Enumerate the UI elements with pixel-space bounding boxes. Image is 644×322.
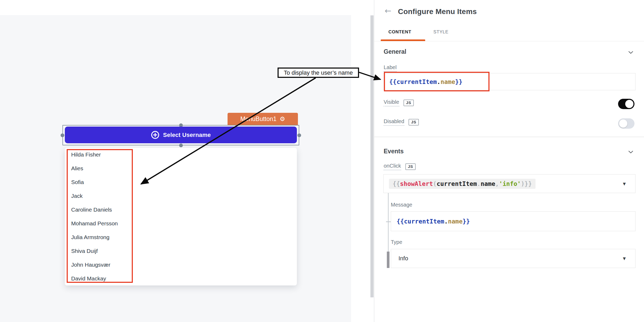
menu-button-widget[interactable]: Select Username <box>65 127 297 143</box>
message-code-value: {{currentItem.name}} <box>397 218 470 225</box>
onclick-action-field[interactable]: {{showAlert(currentItem.name,'info')}} ▼ <box>383 174 636 193</box>
resize-handle-bottom[interactable] <box>179 144 183 147</box>
section-events-title: Events <box>384 148 403 155</box>
annotation-red-box-list <box>67 149 133 283</box>
code-token: {{ <box>393 180 400 187</box>
widget-name-tag[interactable]: MenuButton1 ⚙ <box>228 113 298 125</box>
onclick-js-badge[interactable]: JS <box>405 163 416 170</box>
canvas-scrollbar[interactable] <box>370 15 374 297</box>
panel-left-border <box>374 0 374 322</box>
code-token: currentItem <box>437 180 477 187</box>
code-token: . <box>444 218 448 225</box>
visible-property-name: Visible <box>384 99 399 106</box>
panel-title: Configure Menu Items <box>398 7 477 16</box>
resize-handle-right[interactable] <box>297 133 301 137</box>
code-token: )}} <box>521 180 532 187</box>
message-property-name: Message <box>391 202 412 208</box>
visible-js-badge[interactable]: JS <box>403 100 414 106</box>
code-token: 'info' <box>499 180 521 187</box>
chevron-down-icon[interactable] <box>628 150 633 155</box>
back-arrow-icon[interactable]: ← <box>385 7 391 15</box>
label-property-name: Label <box>384 64 397 72</box>
section-divider <box>374 137 644 137</box>
widget-name-label: MenuButton1 <box>240 115 276 123</box>
tabs-divider <box>374 41 644 41</box>
onclick-code-value: {{showAlert(currentItem.name,'info')}} <box>389 179 536 189</box>
code-token: name <box>448 218 462 225</box>
type-selected-value: Info <box>391 255 408 262</box>
code-token: showAlert <box>400 180 433 187</box>
disabled-property-row: Disabled JS <box>384 118 419 126</box>
section-general-title: General <box>384 48 406 55</box>
gear-icon[interactable]: ⚙ <box>280 116 285 122</box>
visible-property-row: Visible JS <box>384 99 414 106</box>
onclick-property-row: onClick JS <box>384 163 416 170</box>
menu-button-label: Select Username <box>163 132 211 138</box>
message-input[interactable]: {{currentItem.name}} <box>391 211 636 231</box>
code-token: ( <box>433 180 437 187</box>
visible-toggle[interactable] <box>618 99 634 109</box>
dropdown-caret-icon: ▼ <box>623 182 626 186</box>
disabled-toggle[interactable] <box>618 118 634 129</box>
annotation-text: To display the user’s name <box>284 69 353 76</box>
tab-content[interactable]: CONTENT <box>388 29 411 35</box>
onclick-property-name: onClick <box>384 163 401 170</box>
code-token: name <box>480 180 495 187</box>
code-token: . <box>477 180 481 187</box>
code-token: {{currentItem <box>397 218 444 225</box>
arrow-to-label-field <box>359 72 380 79</box>
toggle-knob <box>625 100 633 108</box>
chevron-down-icon[interactable] <box>628 50 633 55</box>
plus-circle-icon <box>151 131 160 139</box>
annotation-red-box-label <box>384 72 489 91</box>
disabled-js-badge[interactable]: JS <box>409 119 419 126</box>
toggle-knob <box>619 119 627 128</box>
tab-style[interactable]: STYLE <box>433 29 448 35</box>
annotation-callout: To display the user’s name <box>278 68 359 78</box>
panel-scroll-thumb[interactable] <box>387 252 389 268</box>
type-property-name: Type <box>391 239 402 245</box>
code-token: , <box>495 180 499 187</box>
code-token: }} <box>462 218 470 225</box>
disabled-property-name: Disabled <box>384 118 404 126</box>
dropdown-caret-icon: ▼ <box>623 256 626 261</box>
type-select[interactable]: Info ▼ <box>391 249 636 268</box>
resize-handle-left[interactable] <box>61 133 64 137</box>
action-tree-tick <box>386 221 391 222</box>
